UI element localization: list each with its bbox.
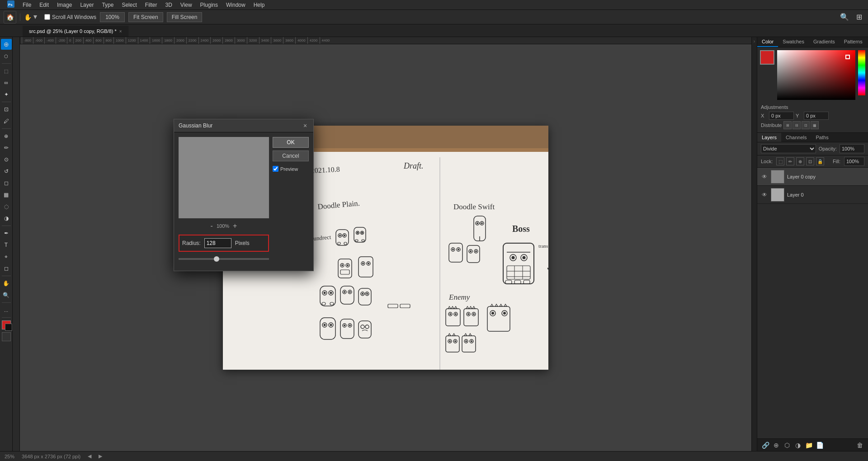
- navigate-next[interactable]: ▶: [99, 453, 102, 459]
- type-tool[interactable]: T: [1, 240, 12, 250]
- layers-tab[interactable]: Layers: [757, 133, 781, 142]
- add-style-btn[interactable]: ⊕: [772, 441, 781, 450]
- hue-slider[interactable]: [858, 50, 865, 95]
- channels-tab[interactable]: Channels: [781, 133, 811, 142]
- layer-visibility-icon[interactable]: 👁: [761, 191, 768, 198]
- ok-button[interactable]: OK: [273, 137, 309, 148]
- pen-tool[interactable]: ✒: [1, 228, 12, 239]
- dialog-titlebar[interactable]: Gaussian Blur ×: [174, 119, 313, 132]
- crop-tool[interactable]: ⊡: [1, 104, 12, 115]
- menu-plugins[interactable]: Plugins: [197, 1, 222, 9]
- dist-btn-1[interactable]: ⊞: [783, 121, 792, 129]
- lock-icons: ⬚ ✏ ⊕ ⊡ 🔒: [776, 157, 824, 165]
- swatches-tab[interactable]: Swatches: [778, 37, 809, 47]
- new-layer-btn[interactable]: 📄: [815, 441, 824, 450]
- menu-3d[interactable]: 3D: [161, 1, 175, 9]
- path-selection-tool[interactable]: ⌖: [1, 251, 12, 262]
- tab-close-icon[interactable]: ×: [119, 29, 122, 34]
- healing-tool[interactable]: ⊕: [1, 131, 12, 141]
- menu-type[interactable]: Type: [98, 1, 117, 9]
- zoom-out-button[interactable]: -: [211, 222, 213, 230]
- add-mask-btn[interactable]: ⬡: [783, 441, 792, 450]
- search-button[interactable]: 🔍: [839, 12, 850, 23]
- dialog-close-button[interactable]: ×: [302, 122, 309, 129]
- menu-view[interactable]: View: [177, 1, 196, 9]
- zoom-input[interactable]: [100, 12, 125, 22]
- clone-tool[interactable]: ⊙: [1, 154, 12, 165]
- dist-btn-4[interactable]: ▦: [811, 121, 819, 129]
- fill-screen-button[interactable]: Fill Screen: [167, 12, 203, 22]
- marquee-tool[interactable]: ⬚: [1, 66, 12, 76]
- new-adjustment-btn[interactable]: ◑: [793, 441, 802, 450]
- menu-layer[interactable]: Layer: [76, 1, 97, 9]
- history-brush-tool[interactable]: ↺: [1, 166, 12, 177]
- link-layers-btn[interactable]: 🔗: [761, 441, 770, 450]
- y-value-input[interactable]: [804, 112, 829, 120]
- lock-artboard-btn[interactable]: ⊡: [806, 157, 814, 165]
- document-tab[interactable]: src.psd @ 25% (Layer 0 copy, RGB/8) * ×: [23, 26, 129, 37]
- lock-position-btn[interactable]: ⊕: [796, 157, 804, 165]
- layer-visibility-icon[interactable]: 👁: [761, 173, 768, 180]
- magic-wand-tool[interactable]: ✦: [1, 89, 12, 100]
- paths-tab[interactable]: Paths: [811, 133, 833, 142]
- dist-btn-3[interactable]: ⊡: [802, 121, 810, 129]
- scroll-all-windows-checkbox[interactable]: Scroll All Windows: [44, 14, 96, 20]
- layer-item[interactable]: 👁 Layer 0 copy: [757, 168, 868, 186]
- fit-screen-button[interactable]: Fit Screen: [128, 12, 163, 22]
- opacity-input[interactable]: [840, 144, 864, 153]
- x-value-input[interactable]: [769, 112, 794, 120]
- lock-all-btn[interactable]: 🔒: [816, 157, 824, 165]
- scroll-all-windows-input[interactable]: [44, 14, 50, 20]
- menu-filter[interactable]: Filter: [142, 1, 161, 9]
- gradients-tab[interactable]: Gradients: [809, 37, 840, 47]
- menu-image[interactable]: Image: [53, 1, 75, 9]
- lock-transparency-btn[interactable]: ⬚: [776, 157, 784, 165]
- fill-input[interactable]: [844, 157, 864, 166]
- menu-window[interactable]: Window: [222, 1, 249, 9]
- artboard-tool[interactable]: ⬡: [1, 51, 12, 61]
- brush-tool[interactable]: ✏: [1, 142, 12, 153]
- zoom-in-button[interactable]: +: [233, 222, 237, 230]
- dodge-tool[interactable]: ◑: [1, 213, 12, 224]
- menu-ps[interactable]: Ps: [4, 0, 18, 10]
- navigate-prev[interactable]: ◀: [88, 453, 91, 459]
- shape-tool[interactable]: ◻: [1, 263, 12, 274]
- cancel-button[interactable]: Cancel: [273, 151, 309, 161]
- arrange-button[interactable]: ⊞: [854, 12, 864, 23]
- svg-point-99: [473, 313, 475, 315]
- eyedropper-tool[interactable]: 🖊: [1, 116, 12, 127]
- collapse-bar[interactable]: ›: [751, 37, 757, 451]
- gradient-tool[interactable]: ▦: [1, 189, 12, 200]
- patterns-tab[interactable]: Patterns: [840, 37, 867, 47]
- hand-tool[interactable]: ✋: [1, 278, 12, 289]
- zoom-tool[interactable]: 🔍: [1, 290, 12, 301]
- move-tool[interactable]: ⊕: [1, 39, 12, 50]
- foreground-color[interactable]: [2, 320, 11, 329]
- menu-help[interactable]: Help: [250, 1, 269, 9]
- menu-edit[interactable]: Edit: [36, 1, 52, 9]
- quick-mask-mode[interactable]: [2, 332, 11, 341]
- dist-btn-2[interactable]: ⊟: [793, 121, 801, 129]
- lasso-tool[interactable]: ∞: [1, 77, 12, 88]
- menu-file[interactable]: File: [19, 1, 35, 9]
- menu-select[interactable]: Select: [118, 1, 140, 9]
- blend-mode-select[interactable]: Divide Normal Multiply Screen Overlay: [761, 144, 816, 153]
- layer-item[interactable]: 👁 Layer 0: [757, 186, 868, 204]
- blur-tool[interactable]: ◌: [1, 201, 12, 212]
- preview-input[interactable]: [273, 166, 278, 172]
- color-tab[interactable]: Color: [757, 37, 778, 47]
- extra-tools[interactable]: …: [1, 305, 12, 315]
- blur-slider[interactable]: [179, 255, 269, 263]
- preview-checkbox[interactable]: Preview: [273, 166, 309, 172]
- new-group-btn[interactable]: 📁: [804, 441, 813, 450]
- color-gradient-field[interactable]: [777, 50, 855, 100]
- delete-layer-btn[interactable]: 🗑: [855, 441, 864, 450]
- eraser-tool[interactable]: ◻: [1, 178, 12, 188]
- slider-thumb[interactable]: [214, 256, 219, 262]
- radius-input[interactable]: [204, 238, 231, 248]
- lock-paint-btn[interactable]: ✏: [786, 157, 794, 165]
- color-swatch[interactable]: [760, 50, 774, 65]
- canvas-viewport[interactable]: 2021.10.8 Draft. Doodle Plain. Doodle Sw…: [20, 44, 751, 451]
- home-button[interactable]: 🏠: [4, 11, 16, 24]
- svg-point-138: [465, 340, 467, 342]
